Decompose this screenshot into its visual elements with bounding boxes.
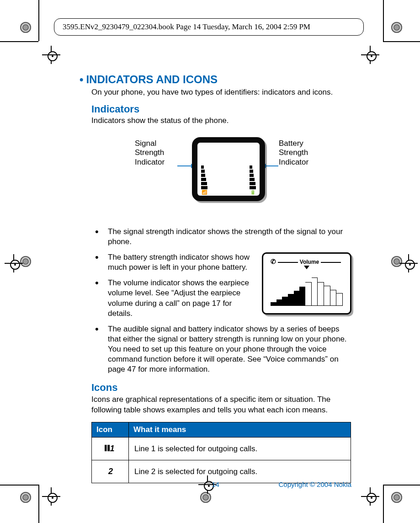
line-1-icon: 1 [92, 438, 129, 460]
indicators-heading: Indicators [91, 103, 351, 115]
reg-cross-icon [363, 48, 377, 62]
list-item: The volume indicator shows the earpiece … [91, 275, 351, 321]
phone-screen-illustration: 📶 🔋 [192, 137, 265, 201]
icon-meaning: Line 1 is selected for outgoing calls. [129, 438, 351, 460]
volume-label: Volume [300, 259, 319, 265]
icons-heading: Icons [91, 382, 351, 394]
antenna-icon: 📶 [202, 190, 207, 195]
chevron-down-icon [304, 266, 309, 269]
list-item: The signal strength indicator shows the … [91, 224, 351, 250]
table-row: 2 Line 2 is selected for outgoing calls. [92, 460, 351, 483]
indicator-bullet-list: The signal strength indicator shows the … [91, 224, 351, 377]
copyright: Copyright © 2004 Nokia [279, 480, 351, 488]
reg-circle-icon [391, 492, 402, 503]
volume-title: ✆Volume [263, 257, 350, 266]
document-source-header: 3595.ENv2_9230479_022304.book Page 14 Tu… [54, 18, 364, 36]
col-header-icon: Icon [92, 422, 129, 438]
line-2-icon: 2 [92, 460, 129, 483]
col-header-meaning: What it means [129, 422, 351, 438]
section-title: INDICATORS AND ICONS [86, 73, 218, 85]
section-intro: On your phone, you have two types of ide… [91, 88, 351, 97]
table-row: 1 Line 1 is selected for outgoing calls. [92, 438, 351, 460]
battery-strength-label: Battery Strength Indicator [279, 139, 320, 167]
reg-cross-icon [363, 489, 377, 504]
section-heading: •INDICATORS AND ICONS [80, 73, 351, 86]
reg-circle-icon [20, 492, 31, 503]
crop-mark-icon [383, 0, 384, 41]
crop-mark-icon [0, 41, 38, 42]
phone-handset-icon: ✆ [271, 258, 276, 265]
page-content: •INDICATORS AND ICONS On your phone, you… [80, 73, 351, 483]
crop-mark-icon [38, 485, 39, 523]
list-item: The audible signal and battery indicator… [91, 321, 351, 377]
reg-cross-icon [6, 256, 21, 271]
bullet-icon: • [80, 73, 83, 85]
page-footer: 14 Copyright © 2004 Nokia [80, 480, 351, 488]
signal-bars-icon [201, 165, 207, 189]
reg-circle-icon [20, 22, 31, 33]
table-header-row: Icon What it means [92, 422, 351, 438]
crop-mark-icon [383, 41, 420, 42]
reg-cross-icon [44, 48, 58, 62]
arrow-left-icon [266, 165, 278, 166]
reg-circle-icon [200, 492, 211, 503]
icon-meaning: Line 2 is selected for outgoing calls. [129, 460, 351, 483]
crop-mark-icon [383, 485, 420, 486]
battery-icon: 🔋 [250, 190, 255, 195]
reg-cross-icon [401, 256, 416, 271]
crop-mark-icon [0, 485, 38, 486]
list-item-text: The battery strength indicator shows how… [108, 253, 250, 272]
battery-bars-icon [250, 165, 256, 189]
reg-circle-icon [391, 22, 402, 33]
icon-meaning-table: Icon What it means 1 Line 1 is selected … [91, 422, 351, 483]
phone-indicators-figure: Signal Strength Indicator Battery Streng… [91, 137, 329, 215]
reg-circle-icon [391, 256, 402, 267]
reg-cross-icon [44, 489, 58, 504]
page-number: 14 [212, 480, 219, 488]
reg-circle-icon [20, 256, 31, 267]
icons-intro: Icons are graphical representations of a… [91, 395, 351, 416]
arrow-right-icon [177, 165, 191, 166]
crop-mark-icon [38, 0, 39, 41]
crop-mark-icon [383, 485, 384, 523]
list-item: ✆Volume The battery strength indicator s… [91, 250, 351, 275]
signal-strength-label: Signal Strength Indicator [135, 139, 176, 167]
indicators-intro: Indicators show the status of the phone. [91, 116, 351, 125]
